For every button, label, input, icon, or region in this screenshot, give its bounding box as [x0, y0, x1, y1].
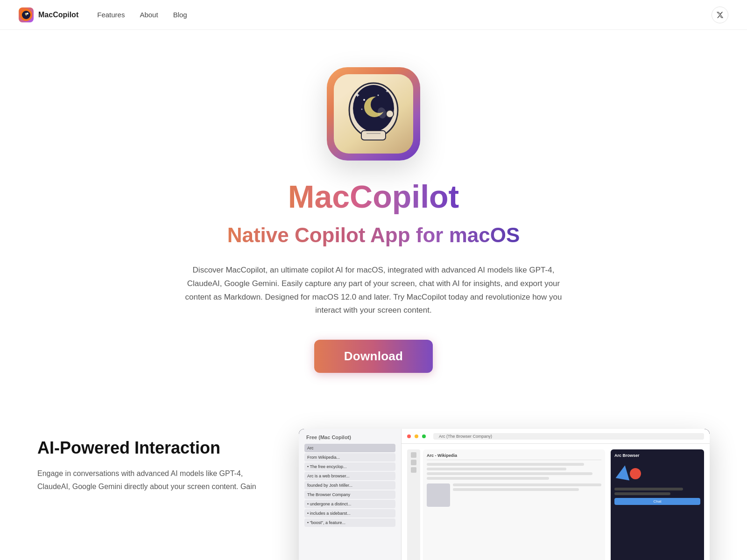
app-logo-icon — [19, 7, 34, 22]
wiki-images — [427, 483, 601, 507]
feature-description: Engage in conversations with advanced AI… — [37, 467, 261, 492]
mock-sidebar-item[interactable]: • undergone a distinct... — [304, 500, 395, 508]
mock-sidebar-item[interactable]: From Wikipedia... — [304, 453, 395, 462]
nav-features-link[interactable]: Features — [97, 11, 125, 19]
text-line — [427, 477, 549, 480]
mock-toolbar: Arc (The Browser Company) — [402, 429, 710, 444]
mock-sidebar: Free (Mac Copilot) Arc From Wikipedia...… — [299, 429, 402, 560]
mock-main: Arc (The Browser Company) Arc - W — [402, 429, 710, 560]
navbar: MacCopilot Features About Blog — [0, 0, 747, 30]
text-line — [427, 468, 566, 470]
svg-point-6 — [378, 95, 379, 96]
maximize-dot — [422, 434, 426, 438]
text-line — [427, 472, 592, 475]
feature-text-block: AI-Powered Interaction Engage in convers… — [37, 429, 261, 492]
mock-sidebar-item[interactable]: founded by Josh Miller... — [304, 481, 395, 490]
app-icon: ✦ ✦ — [327, 67, 420, 161]
nav-blog-link[interactable]: Blog — [173, 11, 187, 19]
nav-icon — [411, 467, 416, 473]
download-button[interactable]: Download — [314, 340, 433, 373]
hero-section: ✦ ✦ MacCopilot Native Copilot App for ma… — [0, 30, 747, 401]
mock-sidebar-title: Free (Mac Copilot) — [304, 434, 395, 440]
arc-logo-shapes — [614, 461, 700, 484]
minimize-dot — [415, 434, 418, 438]
text-line — [614, 492, 670, 495]
address-bar[interactable]: Arc (The Browser Company) — [433, 433, 704, 440]
nav-about-link[interactable]: About — [140, 11, 158, 19]
hero-subtitle: Native Copilot App for macOS — [227, 224, 520, 247]
svg-rect-13 — [361, 131, 386, 140]
hero-title: MacCopilot — [288, 179, 459, 214]
mock-sidebar-item[interactable]: Arc is a web browser... — [304, 472, 395, 480]
screenshot-mockup: Free (Mac Copilot) Arc From Wikipedia...… — [299, 429, 710, 560]
wiki-panel-header: Arc - Wikipedia — [427, 453, 601, 460]
browser-panels: Arc - Wikipedia — [407, 449, 605, 560]
nav-icon — [411, 460, 416, 465]
hero-description: Discover MacCopilot, an ultimate copilot… — [177, 264, 570, 318]
close-dot — [407, 434, 411, 438]
svg-text:✦: ✦ — [385, 89, 389, 94]
mock-content: Arc - Wikipedia — [402, 444, 710, 560]
text-line — [453, 483, 601, 486]
svg-point-17 — [630, 468, 641, 479]
mock-sidebar-item[interactable]: • includes a sidebarst... — [304, 509, 395, 518]
text-line — [453, 488, 579, 491]
nav-logo[interactable]: MacCopilot — [19, 7, 78, 22]
app-icon-inner: ✦ ✦ — [334, 74, 413, 154]
twitter-icon-button[interactable] — [712, 7, 728, 23]
features-section: AI-Powered Interaction Engage in convers… — [0, 401, 747, 560]
feature-title: AI-Powered Interaction — [37, 438, 261, 458]
arc-chat-button[interactable]: Chat — [614, 498, 700, 505]
nav-links: Features About Blog — [97, 11, 187, 19]
feature-screenshot: Free (Mac Copilot) Arc From Wikipedia...… — [299, 429, 710, 560]
text-line — [427, 463, 584, 466]
wiki-image-text — [453, 483, 601, 507]
nav-icon — [411, 452, 416, 458]
svg-point-12 — [386, 110, 394, 118]
arc-browser-panel: Arc Browser Chat — [611, 449, 704, 560]
wiki-panel: Arc - Wikipedia — [423, 449, 605, 560]
mock-sidebar-item[interactable]: • The free encyclop... — [304, 462, 395, 471]
svg-point-8 — [361, 109, 363, 110]
mock-sidebar-item[interactable]: • "boost", a feature... — [304, 518, 395, 527]
svg-text:✦: ✦ — [355, 91, 360, 99]
nav-logo-text: MacCopilot — [38, 11, 78, 19]
browser-nav-panel — [407, 449, 420, 560]
svg-point-2 — [27, 13, 28, 14]
mock-sidebar-item[interactable]: Arc — [304, 444, 395, 452]
arc-panel-title: Arc Browser — [614, 453, 700, 458]
text-line — [614, 488, 683, 490]
svg-point-5 — [363, 99, 365, 101]
wiki-image — [427, 483, 450, 507]
mock-sidebar-item[interactable]: The Browser Company — [304, 490, 395, 499]
